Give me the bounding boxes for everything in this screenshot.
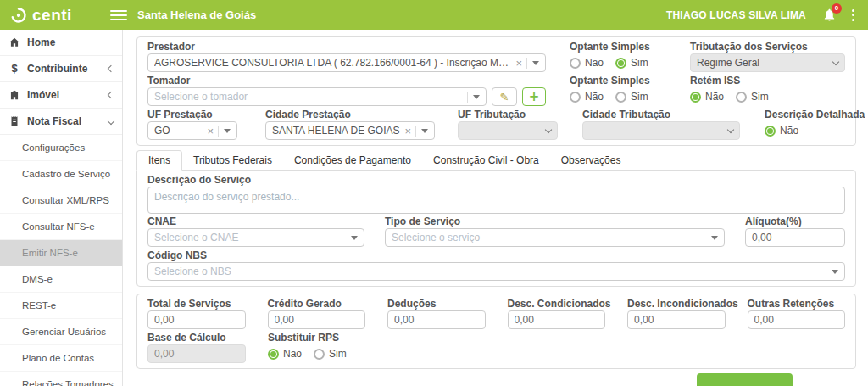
building-icon	[8, 89, 20, 101]
optante2-nao-radio[interactable]: Não	[570, 91, 604, 103]
codigo-nbs-select[interactable]: Selecione o NBS	[147, 262, 845, 281]
sidebar-subitem-rest-e[interactable]: REST-e	[0, 293, 122, 319]
desc-incondicionados-input[interactable]	[627, 310, 726, 329]
deducoes-field: Deduções	[387, 299, 486, 329]
radio-label: Sim	[329, 348, 347, 360]
top-bar: centi Santa Helena de Goiás THIAGO LUCAS…	[0, 0, 868, 30]
sidebar-subitem-emitir-nfse[interactable]: Emitir NFS-e	[0, 240, 122, 266]
radio-label: Não	[283, 348, 302, 360]
clear-icon[interactable]: ×	[207, 126, 214, 137]
optante2-sim-radio[interactable]: Sim	[615, 91, 648, 103]
tomador-field: Tomador Selecione o tomador ✎ +	[147, 76, 546, 106]
deducoes-input[interactable]	[387, 310, 486, 329]
substituir-rps-sim-radio[interactable]: Sim	[314, 348, 347, 360]
cnae-placeholder: Selecione o CNAE	[154, 232, 351, 243]
centi-logo-icon	[10, 7, 27, 24]
brand-name: centi	[32, 6, 72, 25]
radio-icon	[314, 349, 325, 360]
caret-down-icon	[351, 236, 358, 240]
codigo-nbs-field: Código NBS Selecione o NBS	[147, 250, 845, 281]
cnae-field: CNAE Selecione o CNAE	[147, 216, 364, 247]
sidebar-item-nota-fiscal[interactable]: Nota Fiscal	[0, 109, 122, 135]
tipo-servico-label: Tipo de Serviço	[385, 216, 725, 227]
brand: centi	[10, 6, 110, 25]
sidebar-subitem-plano-contas[interactable]: Plano de Contas	[0, 345, 122, 372]
aliquota-label: Alíquota(%)	[745, 216, 845, 227]
totais-panel: Total de Serviços Crédito Gerado Deduçõe…	[136, 294, 856, 369]
optante1-sim-radio[interactable]: Sim	[615, 57, 648, 69]
tab-bar: Itens Tributos Federais Condições de Pag…	[136, 150, 856, 170]
deducoes-label: Deduções	[387, 299, 486, 309]
desc-condicionados-field: Desc. Condicionados	[508, 299, 606, 329]
base-calculo-label: Base de Cálculo	[147, 333, 246, 343]
user-name[interactable]: THIAGO LUCAS SILVA LIMA	[666, 9, 806, 21]
prestador-select[interactable]: AGROSERVICE CONSULTORIA LTDA ( 62.782.16…	[147, 53, 546, 72]
sidebar-subitem-consultar-nfse[interactable]: Consultar NFS-e	[0, 214, 122, 240]
tipo-servico-select[interactable]: Selecione o serviço	[385, 228, 725, 247]
prestador-label: Prestador	[147, 42, 546, 52]
tributacao-field: Tributação dos Serviços Regime Geral	[690, 42, 845, 72]
submit-button[interactable]	[697, 373, 793, 386]
tomador-label: Tomador	[147, 76, 546, 86]
aliquota-input[interactable]	[745, 228, 845, 247]
chevron-down-icon	[108, 118, 114, 125]
tab-observacoes[interactable]: Observações	[550, 151, 632, 170]
sidebar-subitem-relacoes-tomadores[interactable]: Relações Tomadores	[0, 372, 122, 386]
sidebar-item-label: Imóvel	[27, 89, 59, 101]
desc-condicionados-label: Desc. Condicionados	[508, 299, 606, 309]
sidebar-item-label: Nota Fiscal	[27, 115, 81, 127]
prestador-value: AGROSERVICE CONSULTORIA LTDA ( 62.782.16…	[154, 57, 510, 69]
radio-icon	[736, 92, 747, 103]
edit-tomador-button[interactable]: ✎	[492, 87, 517, 106]
substituir-rps-nao-radio[interactable]: Não	[268, 348, 302, 360]
clear-icon[interactable]: ×	[515, 58, 522, 69]
sidebar-subitem-dms-e[interactable]: DMS-e	[0, 266, 122, 293]
radio-icon	[615, 58, 626, 69]
chevron-left-icon	[108, 65, 114, 72]
tomador-placeholder: Selecione o tomador	[154, 91, 467, 103]
credito-gerado-input[interactable]	[268, 310, 366, 329]
total-servicos-input[interactable]	[147, 310, 246, 329]
cidade-tributacao-label: Cidade Tributação	[582, 109, 740, 120]
cidade-prestacao-select[interactable]: SANTA HELENA DE GOIAS ×	[265, 121, 435, 140]
add-tomador-button[interactable]: +	[522, 87, 546, 106]
sidebar-subitem-configuracoes[interactable]: Configurações	[0, 135, 122, 161]
base-calculo-input	[147, 344, 246, 363]
retem-iss-nao-radio[interactable]: Não	[690, 91, 724, 103]
tributacao-value: Regime Geral	[697, 57, 833, 69]
clear-icon[interactable]: ×	[405, 126, 412, 137]
tab-itens[interactable]: Itens	[136, 150, 182, 171]
tab-construcao-civil-obra[interactable]: Construção Civil - Obra	[422, 151, 550, 170]
radio-icon	[570, 58, 581, 69]
tab-tributos-federais[interactable]: Tributos Federais	[182, 151, 283, 170]
menu-icon[interactable]	[110, 10, 127, 20]
tomador-select[interactable]: Selecione o tomador	[147, 87, 487, 106]
sidebar-subitem-gerenciar-usuarios[interactable]: Gerenciar Usuários	[0, 319, 122, 345]
radio-label: Não	[780, 125, 798, 137]
retem-iss-sim-radio[interactable]: Sim	[736, 91, 769, 103]
sidebar-item-home[interactable]: Home	[0, 30, 122, 56]
tab-condicoes-pagamento[interactable]: Condições de Pagamento	[283, 151, 422, 170]
total-servicos-field: Total de Serviços	[147, 299, 246, 329]
sidebar-item-imovel[interactable]: Imóvel	[0, 82, 122, 109]
select-divider	[467, 92, 468, 103]
outras-retencoes-input[interactable]	[748, 310, 846, 329]
desc-incondicionados-field: Desc. Incondicionados	[627, 299, 726, 329]
sidebar-subitem-cadastro-servico[interactable]: Cadastro de Serviço	[0, 161, 122, 187]
optante-simples-field: Optante Simples Não Sim	[570, 42, 682, 72]
caret-down-icon	[711, 236, 718, 240]
sidebar-subitem-consultar-xml-rps[interactable]: Consultar XML/RPS	[0, 187, 122, 214]
desc-condicionados-input[interactable]	[508, 310, 606, 329]
radio-icon	[765, 126, 776, 137]
sidebar-item-label: Home	[27, 36, 55, 48]
notifications-button[interactable]: 0	[820, 6, 838, 25]
descricao-servico-textarea[interactable]	[147, 187, 845, 214]
base-calculo-field: Base de Cálculo	[147, 333, 246, 363]
overflow-menu-icon[interactable]	[849, 8, 858, 23]
optante1-nao-radio[interactable]: Não	[570, 57, 604, 69]
uf-prestacao-select[interactable]: GO ×	[147, 121, 237, 140]
cnae-select[interactable]: Selecione o CNAE	[147, 228, 364, 247]
descricao-detalhada-nao-radio[interactable]: Não	[765, 125, 798, 137]
uf-tributacao-select	[458, 121, 558, 140]
sidebar-item-contribuinte[interactable]: $ Contribuinte	[0, 56, 122, 82]
